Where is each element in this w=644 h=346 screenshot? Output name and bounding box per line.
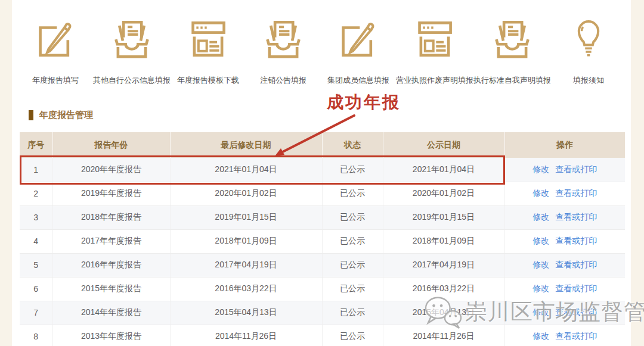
table-row: 22019年年度报告2020年01月02日已公示2020年01月02日修改查看或… — [20, 182, 625, 205]
quick-action-label: 执行标准自我声明填报 — [473, 75, 551, 86]
row-index: 3 — [20, 205, 52, 229]
col-header-published-date: 公示日期 — [383, 132, 504, 158]
modify-link[interactable]: 修改 — [532, 164, 549, 174]
view-or-print-link[interactable]: 查看或打印 — [555, 236, 597, 245]
view-or-print-link[interactable]: 查看或打印 — [555, 283, 597, 293]
view-or-print-link[interactable]: 查看或打印 — [555, 212, 597, 222]
status-text: 已公示 — [322, 158, 383, 182]
quick-action-4[interactable]: 注销公告填报 — [246, 17, 321, 86]
quick-action-8[interactable]: 填报须知 — [551, 17, 626, 86]
report-year: 2020年年度报告 — [52, 158, 170, 182]
modified-date: 2014年11月26日 — [170, 325, 322, 346]
table-header-row: 序号 报告年份 最后修改日期 状态 公示日期 操作 — [20, 132, 625, 158]
annotation-label: 成功年报 — [327, 91, 401, 114]
report-year: 2014年年度报告 — [52, 301, 170, 325]
row-index: 6 — [20, 277, 52, 301]
row-index: 4 — [20, 229, 52, 253]
row-index: 5 — [20, 253, 52, 277]
published-date: 2014年11月26日 — [383, 325, 504, 346]
table-row: 42017年年度报告2018年01月09日已公示2018年01月09日修改查看或… — [20, 229, 625, 253]
report-year: 2013年年度报告 — [52, 325, 170, 346]
quick-action-label: 集团成员信息填报 — [327, 75, 389, 86]
published-date: 2018年01月09日 — [383, 229, 504, 253]
report-year: 2016年年度报告 — [52, 253, 170, 277]
edit-icon — [33, 17, 78, 61]
published-date: 2020年01月02日 — [383, 182, 504, 205]
row-actions: 修改查看或打印 — [504, 229, 625, 253]
report-year: 2015年年度报告 — [52, 277, 170, 301]
status-text: 已公示 — [322, 182, 383, 205]
quick-action-3[interactable]: 年度报告模板下载 — [171, 17, 246, 86]
section-bar-icon — [29, 110, 33, 120]
lightbulb-icon — [566, 17, 611, 61]
modified-date: 2019年01月15日 — [170, 205, 322, 229]
table-row: 52016年年度报告2017年04月19日已公示2017年04月19日修改查看或… — [20, 253, 625, 277]
status-text: 已公示 — [322, 325, 383, 346]
status-text: 已公示 — [322, 205, 383, 229]
template-icon — [186, 17, 230, 61]
table-row: 32018年年度报告2019年01月15日已公示2019年01月15日修改查看或… — [20, 205, 625, 229]
modified-date: 2017年04月19日 — [170, 253, 322, 277]
quick-action-6[interactable]: 营业执照作废声明填报 — [396, 17, 473, 86]
col-header-modified-date: 最后修改日期 — [170, 132, 322, 158]
row-actions: 修改查看或打印 — [504, 301, 625, 325]
quick-action-label: 填报须知 — [573, 75, 604, 86]
col-header-status: 状态 — [322, 132, 383, 158]
modified-date: 2015年04月13日 — [170, 301, 322, 325]
report-year: 2017年年度报告 — [52, 229, 170, 253]
quick-action-label: 营业执照作废声明填报 — [396, 75, 473, 86]
modify-link[interactable]: 修改 — [532, 331, 549, 341]
row-actions: 修改查看或打印 — [504, 277, 625, 301]
inbox-doc-icon — [110, 17, 154, 61]
col-header-year: 报告年份 — [52, 132, 170, 158]
quick-actions-bar: 年度报告填写其他自行公示信息填报年度报告模板下载注销公告填报集团成员信息填报营业… — [18, 17, 626, 86]
report-table-body: 12020年年度报告2021年01月04日已公示2021年01月04日修改查看或… — [20, 158, 625, 346]
template-icon — [413, 17, 457, 61]
published-date: 2016年03月22日 — [383, 277, 504, 301]
section-header: 年度报告管理 — [29, 110, 93, 121]
view-or-print-link[interactable]: 查看或打印 — [555, 260, 597, 269]
status-text: 已公示 — [322, 229, 383, 253]
published-date: 2021年01月04日 — [383, 158, 504, 182]
table-row: 62015年年度报告2016年03月22日已公示2016年03月22日修改查看或… — [20, 277, 625, 301]
row-actions: 修改查看或打印 — [504, 253, 625, 277]
section-title-text: 年度报告管理 — [39, 110, 93, 121]
col-header-actions: 操作 — [504, 132, 625, 158]
view-or-print-link[interactable]: 查看或打印 — [555, 188, 597, 198]
quick-action-label: 其他自行公示信息填报 — [93, 75, 171, 86]
row-actions: 修改查看或打印 — [504, 158, 625, 182]
report-year: 2018年年度报告 — [52, 205, 170, 229]
published-date: 2015年04月13日 — [383, 301, 504, 325]
status-text: 已公示 — [322, 253, 383, 277]
inbox-doc-icon — [490, 17, 534, 61]
modify-link[interactable]: 修改 — [532, 236, 549, 245]
annual-report-table: 序号 报告年份 最后修改日期 状态 公示日期 操作 12020年年度报告2021… — [20, 132, 625, 346]
quick-action-7[interactable]: 执行标准自我声明填报 — [473, 17, 551, 86]
row-actions: 修改查看或打印 — [504, 205, 625, 229]
view-or-print-link[interactable]: 查看或打印 — [555, 164, 597, 174]
modify-link[interactable]: 修改 — [532, 212, 549, 222]
quick-action-2[interactable]: 其他自行公示信息填报 — [93, 17, 171, 86]
modified-date: 2018年01月09日 — [170, 229, 322, 253]
modify-link[interactable]: 修改 — [532, 307, 549, 317]
view-or-print-link[interactable]: 查看或打印 — [555, 331, 597, 341]
view-or-print-link[interactable]: 查看或打印 — [555, 307, 597, 317]
left-margin-strip — [0, 0, 12, 346]
published-date: 2017年04月19日 — [383, 253, 504, 277]
quick-action-label: 注销公告填报 — [260, 75, 306, 86]
published-date: 2019年01月15日 — [383, 205, 504, 229]
quick-action-5[interactable]: 集团成员信息填报 — [321, 17, 396, 86]
quick-action-label: 年度报告模板下载 — [177, 75, 239, 86]
quick-action-1[interactable]: 年度报告填写 — [18, 17, 93, 86]
modify-link[interactable]: 修改 — [532, 260, 549, 269]
edit-icon — [336, 17, 380, 61]
modify-link[interactable]: 修改 — [532, 188, 549, 198]
status-text: 已公示 — [322, 301, 383, 325]
report-year: 2019年年度报告 — [52, 182, 170, 205]
row-actions: 修改查看或打印 — [504, 325, 625, 346]
table-row: 12020年年度报告2021年01月04日已公示2021年01月04日修改查看或… — [20, 158, 625, 182]
quick-action-label: 年度报告填写 — [32, 75, 79, 86]
modify-link[interactable]: 修改 — [532, 283, 549, 293]
row-actions: 修改查看或打印 — [504, 182, 625, 205]
inbox-doc-icon — [261, 17, 305, 61]
